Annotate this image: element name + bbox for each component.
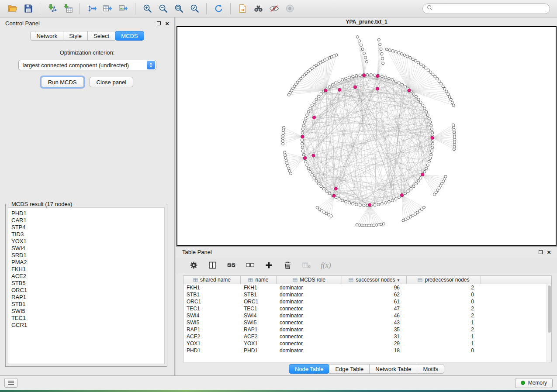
- sort-dropdown-icon[interactable]: ▾: [398, 278, 400, 282]
- add-column-icon[interactable]: [264, 261, 273, 270]
- save-session-icon[interactable]: [20, 2, 36, 16]
- mcds-result-item[interactable]: ACE2: [11, 273, 161, 280]
- table-cell: 31: [342, 333, 407, 340]
- table-row[interactable]: STB1STB1dominator620: [183, 291, 551, 298]
- table-panel-header: Table Panel ×: [176, 247, 557, 258]
- import-network-icon[interactable]: [44, 2, 60, 16]
- table-cell: SWI4: [183, 312, 241, 319]
- zoom-out-icon[interactable]: [155, 2, 171, 16]
- hide-details-icon[interactable]: [266, 2, 282, 16]
- mcds-result-item[interactable]: STB1: [11, 301, 161, 308]
- column-header-predecessor-nodes[interactable]: predecessor nodes: [407, 276, 481, 284]
- export-document-icon[interactable]: [235, 2, 250, 16]
- select-all-icon[interactable]: [227, 261, 236, 270]
- mcds-result-item[interactable]: SWI5: [11, 308, 161, 315]
- tab-motifs[interactable]: Motifs: [417, 364, 444, 374]
- mcds-result-item[interactable]: STB5: [11, 280, 161, 287]
- column-type-icon: [193, 278, 198, 282]
- table-row[interactable]: PHD1PHD1dominator180: [183, 347, 551, 354]
- float-panel-icon[interactable]: [157, 21, 161, 25]
- table-cell: 2: [407, 284, 481, 291]
- mcds-result-item[interactable]: STP4: [11, 224, 161, 231]
- column-settings-icon[interactable]: [189, 261, 198, 270]
- column-header-shared-name[interactable]: shared name: [183, 276, 241, 284]
- close-table-panel-icon[interactable]: ×: [547, 250, 551, 254]
- tab-network-table[interactable]: Network Table: [369, 364, 417, 374]
- criterion-dropdown[interactable]: largest connected component (undirected): [18, 60, 156, 70]
- mcds-result-item[interactable]: TEC1: [11, 315, 161, 322]
- table-cell: 1: [407, 340, 481, 347]
- table-scrollbar[interactable]: [547, 284, 551, 362]
- open-file-icon[interactable]: [4, 2, 20, 16]
- column-header-mcds-role[interactable]: MCDS role: [277, 276, 342, 284]
- mcds-result-item[interactable]: GCR1: [11, 322, 161, 329]
- zoom-selected-icon[interactable]: [187, 2, 202, 16]
- status-menu-button[interactable]: [4, 378, 17, 388]
- tab-mcds[interactable]: MCDS: [115, 31, 144, 41]
- table-row[interactable]: ACE2ACE2connector311: [183, 333, 551, 340]
- toolbar-separator: [206, 3, 207, 14]
- export-table-icon[interactable]: [100, 2, 115, 16]
- close-panel-icon[interactable]: ×: [165, 21, 169, 25]
- import-table-icon-disabled: [302, 261, 311, 270]
- show-details-icon[interactable]: [282, 2, 298, 16]
- float-table-panel-icon[interactable]: [539, 250, 543, 254]
- node-table: shared namenameMCDS rolesuccessor nodes▾…: [183, 275, 552, 362]
- delete-column-icon[interactable]: [283, 261, 292, 270]
- table-cell: connector: [277, 333, 342, 340]
- tab-node-table[interactable]: Node Table: [289, 364, 330, 374]
- mcds-result-item[interactable]: PMA2: [11, 259, 161, 266]
- table-cell: FKH1: [183, 284, 241, 291]
- table-cell: TEC1: [183, 305, 241, 312]
- table-row[interactable]: YOX1YOX1connector291: [183, 340, 551, 347]
- tab-style[interactable]: Style: [63, 31, 88, 41]
- table-row[interactable]: ORC1ORC1dominator610: [183, 298, 551, 305]
- show-columns-icon[interactable]: [208, 261, 217, 270]
- mcds-result-item[interactable]: FKH1: [11, 266, 161, 273]
- search-network-icon[interactable]: [250, 2, 266, 16]
- run-mcds-button[interactable]: Run MCDS: [41, 77, 84, 87]
- tab-network[interactable]: Network: [30, 31, 63, 41]
- table-panel-title: Table Panel: [182, 249, 212, 255]
- table-row[interactable]: FKH1FKH1dominator962: [183, 284, 551, 291]
- mcds-result-group: MCDS result (17 nodes) PHD1CAR1STP4TID3Y…: [5, 204, 167, 367]
- table-row[interactable]: RAP1RAP1dominator352: [183, 326, 551, 333]
- export-image-icon[interactable]: [115, 2, 131, 16]
- table-cell: 29: [342, 340, 407, 347]
- search-input[interactable]: [436, 5, 546, 12]
- tab-edge-table[interactable]: Edge Table: [329, 364, 370, 374]
- zoom-in-icon[interactable]: [139, 2, 155, 16]
- network-edges: [283, 37, 454, 226]
- table-cell: 0: [407, 298, 481, 305]
- unselect-all-icon[interactable]: [246, 261, 255, 270]
- table-scrollbar-thumb[interactable]: [548, 285, 551, 333]
- mcds-result-item[interactable]: RAP1: [11, 294, 161, 301]
- network-canvas-svg[interactable]: [177, 27, 556, 245]
- apply-layout-icon[interactable]: [211, 2, 226, 16]
- mcds-result-item[interactable]: TID3: [11, 231, 161, 238]
- mcds-result-item[interactable]: YOX1: [11, 238, 161, 245]
- table-cell: ACE2: [241, 333, 277, 340]
- mcds-result-item[interactable]: SRD1: [11, 252, 161, 259]
- close-panel-button[interactable]: Close panel: [90, 77, 134, 87]
- mcds-result-item[interactable]: ORC1: [11, 287, 161, 294]
- table-row[interactable]: TEC1TEC1connector472: [183, 305, 551, 312]
- mcds-result-list[interactable]: PHD1CAR1STP4TID3YOX1SWI4SRD1PMA2FKH1ACE2…: [8, 207, 165, 364]
- column-header-successor-nodes[interactable]: successor nodes▾: [342, 276, 407, 284]
- table-row[interactable]: SWI5SWI5connector431: [183, 319, 551, 326]
- table-cell: RAP1: [183, 326, 241, 333]
- mcds-result-item[interactable]: CAR1: [11, 217, 161, 224]
- table-cell: connector: [277, 319, 342, 326]
- export-network-icon[interactable]: [84, 2, 100, 16]
- mcds-result-item[interactable]: PHD1: [11, 210, 161, 217]
- zoom-fit-icon[interactable]: [171, 2, 187, 16]
- table-row[interactable]: SWI4SWI4dominator462: [183, 312, 551, 319]
- list-icon: [7, 380, 14, 385]
- tab-select[interactable]: Select: [87, 31, 115, 41]
- memory-button[interactable]: Memory: [515, 378, 553, 388]
- control-panel-title: Control Panel: [5, 20, 40, 27]
- table-cell: ACE2: [183, 333, 241, 340]
- column-header-name[interactable]: name: [241, 276, 277, 284]
- import-table-icon[interactable]: [60, 2, 76, 16]
- mcds-result-item[interactable]: SWI4: [11, 245, 161, 252]
